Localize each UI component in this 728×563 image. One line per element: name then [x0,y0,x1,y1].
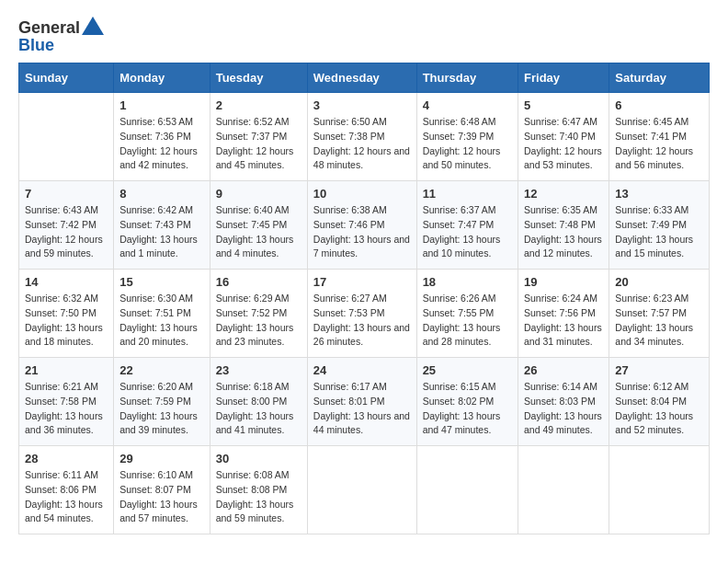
svg-marker-0 [82,17,104,35]
header-monday: Monday [114,63,210,93]
day-info: Sunrise: 6:10 AMSunset: 8:07 PMDaylight:… [119,468,204,526]
calendar-cell: 21Sunrise: 6:21 AMSunset: 7:58 PMDayligh… [19,358,114,446]
calendar-cell: 30Sunrise: 6:08 AMSunset: 8:08 PMDayligh… [210,446,307,534]
day-info: Sunrise: 6:27 AMSunset: 7:53 PMDaylight:… [313,292,411,350]
day-info: Sunrise: 6:30 AMSunset: 7:51 PMDaylight:… [119,292,204,350]
header-wednesday: Wednesday [307,63,416,93]
calendar-cell [518,446,609,534]
day-number: 10 [313,187,411,201]
day-info: Sunrise: 6:14 AMSunset: 8:03 PMDaylight:… [524,380,603,438]
calendar-cell: 25Sunrise: 6:15 AMSunset: 8:02 PMDayligh… [416,358,518,446]
calendar-cell: 22Sunrise: 6:20 AMSunset: 7:59 PMDayligh… [114,358,210,446]
calendar-cell: 8Sunrise: 6:42 AMSunset: 7:43 PMDaylight… [114,181,210,270]
calendar-cell [19,93,114,181]
calendar-cell: 5Sunrise: 6:47 AMSunset: 7:40 PMDaylight… [518,93,609,181]
calendar-cell: 29Sunrise: 6:10 AMSunset: 8:07 PMDayligh… [114,446,210,534]
day-number: 1 [119,98,204,112]
day-info: Sunrise: 6:38 AMSunset: 7:46 PMDaylight:… [313,203,411,261]
day-number: 20 [615,275,703,289]
day-number: 5 [524,98,603,112]
calendar-cell [307,446,416,534]
day-info: Sunrise: 6:18 AMSunset: 8:00 PMDaylight:… [216,380,301,438]
day-number: 28 [25,452,108,465]
day-info: Sunrise: 6:08 AMSunset: 8:08 PMDaylight:… [216,468,301,526]
day-info: Sunrise: 6:50 AMSunset: 7:38 PMDaylight:… [313,115,411,173]
day-number: 23 [216,363,301,377]
calendar-cell: 1Sunrise: 6:53 AMSunset: 7:36 PMDaylight… [114,93,210,181]
day-number: 4 [423,98,512,112]
day-info: Sunrise: 6:17 AMSunset: 8:01 PMDaylight:… [313,380,411,438]
day-number: 6 [615,98,703,112]
calendar-cell: 17Sunrise: 6:27 AMSunset: 7:53 PMDayligh… [307,270,416,358]
day-info: Sunrise: 6:29 AMSunset: 7:52 PMDaylight:… [216,292,301,350]
calendar-cell: 20Sunrise: 6:23 AMSunset: 7:57 PMDayligh… [609,270,710,358]
day-info: Sunrise: 6:23 AMSunset: 7:57 PMDaylight:… [615,292,703,350]
calendar-cell: 12Sunrise: 6:35 AMSunset: 7:48 PMDayligh… [518,181,609,270]
day-info: Sunrise: 6:37 AMSunset: 7:47 PMDaylight:… [423,203,512,261]
day-info: Sunrise: 6:53 AMSunset: 7:36 PMDaylight:… [119,115,204,173]
calendar-cell [609,446,710,534]
logo: General Blue [18,18,104,53]
calendar-cell: 19Sunrise: 6:24 AMSunset: 7:56 PMDayligh… [518,270,609,358]
day-number: 22 [119,363,204,377]
day-number: 14 [25,275,108,289]
calendar-cell: 18Sunrise: 6:26 AMSunset: 7:55 PMDayligh… [416,270,518,358]
day-info: Sunrise: 6:35 AMSunset: 7:48 PMDaylight:… [524,203,603,261]
header-saturday: Saturday [609,63,710,93]
calendar-cell: 28Sunrise: 6:11 AMSunset: 8:06 PMDayligh… [19,446,114,534]
day-info: Sunrise: 6:52 AMSunset: 7:37 PMDaylight:… [216,115,301,173]
calendar-cell: 6Sunrise: 6:45 AMSunset: 7:41 PMDaylight… [609,93,710,181]
calendar-cell: 3Sunrise: 6:50 AMSunset: 7:38 PMDaylight… [307,93,416,181]
day-number: 25 [423,363,512,377]
day-number: 9 [216,187,301,201]
day-number: 12 [524,187,603,201]
day-number: 27 [615,363,703,377]
calendar-cell: 7Sunrise: 6:43 AMSunset: 7:42 PMDaylight… [19,181,114,270]
calendar-table: SundayMondayTuesdayWednesdayThursdayFrid… [18,63,710,534]
day-number: 21 [25,363,108,377]
header-thursday: Thursday [416,63,518,93]
day-info: Sunrise: 6:43 AMSunset: 7:42 PMDaylight:… [25,203,108,261]
calendar-header-row: SundayMondayTuesdayWednesdayThursdayFrid… [19,63,710,93]
day-info: Sunrise: 6:45 AMSunset: 7:41 PMDaylight:… [615,115,703,173]
day-number: 15 [119,275,204,289]
day-number: 19 [524,275,603,289]
calendar-week-3: 14Sunrise: 6:32 AMSunset: 7:50 PMDayligh… [19,270,710,358]
day-info: Sunrise: 6:11 AMSunset: 8:06 PMDaylight:… [25,468,108,526]
day-number: 16 [216,275,301,289]
day-info: Sunrise: 6:20 AMSunset: 7:59 PMDaylight:… [119,380,204,438]
calendar-week-5: 28Sunrise: 6:11 AMSunset: 8:06 PMDayligh… [19,446,710,534]
day-number: 11 [423,187,512,201]
calendar-week-4: 21Sunrise: 6:21 AMSunset: 7:58 PMDayligh… [19,358,710,446]
day-number: 17 [313,275,411,289]
calendar-cell: 15Sunrise: 6:30 AMSunset: 7:51 PMDayligh… [114,270,210,358]
header-sunday: Sunday [19,63,114,93]
day-number: 2 [216,98,301,112]
day-info: Sunrise: 6:33 AMSunset: 7:49 PMDaylight:… [615,203,703,261]
day-info: Sunrise: 6:26 AMSunset: 7:55 PMDaylight:… [423,292,512,350]
header-tuesday: Tuesday [210,63,307,93]
calendar-cell: 23Sunrise: 6:18 AMSunset: 8:00 PMDayligh… [210,358,307,446]
calendar-cell: 10Sunrise: 6:38 AMSunset: 7:46 PMDayligh… [307,181,416,270]
calendar-cell: 26Sunrise: 6:14 AMSunset: 8:03 PMDayligh… [518,358,609,446]
day-info: Sunrise: 6:15 AMSunset: 8:02 PMDaylight:… [423,380,512,438]
calendar-cell: 9Sunrise: 6:40 AMSunset: 7:45 PMDaylight… [210,181,307,270]
day-number: 3 [313,98,411,112]
logo-general-text: General [18,19,80,36]
calendar-cell [416,446,518,534]
day-info: Sunrise: 6:24 AMSunset: 7:56 PMDaylight:… [524,292,603,350]
day-number: 8 [119,187,204,201]
logo-icon [82,17,104,35]
day-info: Sunrise: 6:21 AMSunset: 7:58 PMDaylight:… [25,380,108,438]
day-number: 7 [25,187,108,201]
calendar-cell: 27Sunrise: 6:12 AMSunset: 8:04 PMDayligh… [609,358,710,446]
day-info: Sunrise: 6:12 AMSunset: 8:04 PMDaylight:… [615,380,703,438]
day-info: Sunrise: 6:42 AMSunset: 7:43 PMDaylight:… [119,203,204,261]
header-friday: Friday [518,63,609,93]
calendar-cell: 11Sunrise: 6:37 AMSunset: 7:47 PMDayligh… [416,181,518,270]
day-info: Sunrise: 6:47 AMSunset: 7:40 PMDaylight:… [524,115,603,173]
day-number: 18 [423,275,512,289]
day-number: 24 [313,363,411,377]
day-number: 13 [615,187,703,201]
page-header: General Blue [18,18,710,53]
